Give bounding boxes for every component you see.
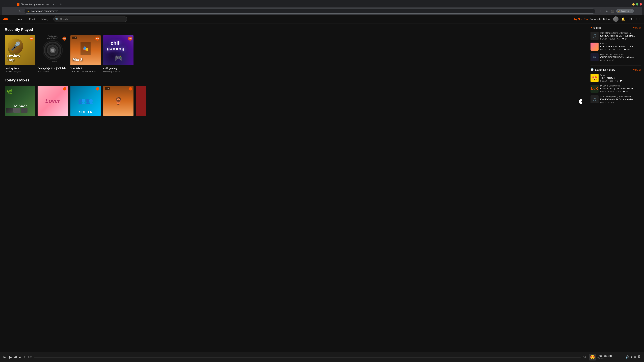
- tab-nav-buttons: ‹ ›: [2, 2, 12, 7]
- card-deejay[interactable]: Deejay-GijsCox (Official) —— station Dee…: [38, 35, 68, 73]
- minimize-button[interactable]: [632, 3, 634, 5]
- next-arrow-button[interactable]: ›: [579, 99, 582, 104]
- svg-rect-28: [98, 38, 98, 39]
- player-track-thumb: 😍: [589, 354, 596, 360]
- player-bar: ⏮ ▶ ⏭ ⇄ ↺ 0:00 2:48 😍 Trust Freestyle Wa…: [0, 352, 644, 360]
- svg-rect-29: [98, 38, 98, 39]
- back-button[interactable]: ←: [4, 8, 10, 14]
- likes-track-3[interactable]: 🎶 NEKTAR.UFO.BEATS.816 (FREE) NEKTAR.UFO…: [590, 53, 641, 61]
- next-up-button[interactable]: ≡: [634, 355, 636, 359]
- svg-rect-13: [32, 38, 32, 39]
- history-label: Listening history: [595, 68, 615, 71]
- likes-track-2[interactable]: Karol G KAROL G, Romeo Santos - X SI V..…: [590, 42, 641, 51]
- window-controls: [632, 3, 642, 5]
- svg-rect-20: [65, 38, 65, 39]
- play-icon-1: ▶: [600, 38, 602, 40]
- mix-card-ltu[interactable]: LTU 🏺: [103, 86, 134, 118]
- likes-track-stats-3: ▶ 569 ♥ 10 ↺ 1: [600, 59, 641, 61]
- search-icon: 🔍: [55, 17, 59, 21]
- nav-bar: Home Feed Library 🔍 Try Next Pro For Art…: [0, 15, 644, 23]
- browser-chrome: ‹ › 🎵 Discover the top streamed mus... ✕…: [0, 0, 644, 15]
- history-track-title-2: Brasbère Ft. Dj Lex - Retro Mania: [600, 87, 641, 90]
- nav-home-link[interactable]: Home: [15, 17, 24, 21]
- likes-track-title-3: (FREE) NEKTAR.UFO! x Hollowee...: [600, 56, 641, 58]
- soundcloud-app: Home Feed Library 🔍 Try Next Pro For Art…: [0, 15, 644, 360]
- likes-repost-count-1: ↺ 14: [616, 38, 620, 40]
- mix-card-solita[interactable]: 👥👥 SOLITA: [70, 86, 100, 118]
- history-track-2[interactable]: LeX Dj LeX & Ciske Official Brasbère Ft.…: [590, 85, 641, 93]
- history-repost-count-2: ↺ 325: [616, 90, 621, 93]
- nav-feed-link[interactable]: Feed: [28, 17, 36, 21]
- for-artists-link[interactable]: For Artists: [590, 17, 601, 20]
- card-sub-mix3: LIKE THAT UNDERGROUND ...: [70, 70, 100, 73]
- history-track-artist-3: © 2020 Purge Gang Entertainment: [600, 95, 641, 98]
- history-view-all-link[interactable]: View all: [633, 68, 641, 71]
- address-bar[interactable]: 🔒 soundcloud.com/discover: [24, 8, 595, 13]
- likes-track-1[interactable]: 🎵 © 2020 Purge Gang Entertainment King K…: [590, 32, 641, 40]
- mix-card-lover[interactable]: Lover: [38, 86, 68, 118]
- soundcloud-badge-lowkey: [30, 36, 34, 40]
- active-tab[interactable]: 🎵 Discover the top streamed mus... ✕: [14, 1, 58, 7]
- upload-link[interactable]: Upload: [603, 17, 611, 20]
- history-play-count-2: ▶ 462K: [600, 90, 606, 93]
- progress-bar[interactable]: [34, 357, 581, 358]
- svg-rect-18: [64, 38, 64, 39]
- search-input[interactable]: [53, 16, 127, 22]
- likes-track-thumb-2: [590, 42, 598, 51]
- history-track-1[interactable]: 😍 Wavey Trust Freestyle ▶ 29.1K ♥: [590, 74, 641, 82]
- like-icon-h1: ♥: [608, 80, 610, 82]
- main-layout: Recently Played 🎤 LowkeyTrap: [0, 23, 644, 122]
- card-mix3[interactable]: LTU 🎭 Mix 3 Your Mix 3 LIKE THAT UNDERGR…: [70, 35, 100, 73]
- repeat-button[interactable]: ↺: [23, 356, 26, 359]
- likes-count-label: 5 likes: [594, 26, 601, 29]
- tab-close-button[interactable]: ✕: [52, 3, 55, 6]
- svg-rect-23: [96, 38, 96, 39]
- forward-button[interactable]: →: [11, 8, 16, 14]
- mix-card-flyaway[interactable]: 🌿 FLY AWAY: [5, 86, 35, 118]
- more-menu-button[interactable]: •••: [635, 16, 641, 22]
- equalizer-button[interactable]: 🎛: [638, 355, 641, 359]
- svg-rect-33: [130, 38, 130, 39]
- sidebar-history-section: 🕐 Listening history View all 😍 Wavey Tru…: [590, 68, 641, 103]
- new-tab-button[interactable]: +: [58, 2, 63, 7]
- card-lowkey-trap[interactable]: 🎤 LowkeyTrap Lowkey Trap Discovery Playl…: [5, 35, 35, 73]
- soundcloud-logo[interactable]: [3, 17, 10, 21]
- download-button[interactable]: ⬇: [604, 8, 610, 14]
- likes-view-all-link[interactable]: View all: [633, 26, 641, 29]
- likes-track-title-2: KAROL G, Romeo Santos - X SI V...: [600, 45, 641, 48]
- nav-library-link[interactable]: Library: [40, 17, 50, 21]
- likes-play-count-2: ▶ 1.48M: [600, 48, 607, 51]
- maximize-button[interactable]: [636, 3, 638, 5]
- next-tab-button[interactable]: ›: [8, 2, 12, 7]
- extensions-button[interactable]: ⬛: [610, 8, 616, 14]
- history-track-3[interactable]: 🎵 © 2020 Purge Gang Entertainment King K…: [590, 95, 641, 103]
- repost-icon-2: ↺: [617, 48, 618, 51]
- skip-back-button[interactable]: ⏮: [3, 355, 7, 359]
- like-track-button[interactable]: ♥: [631, 355, 632, 359]
- skip-forward-button[interactable]: ⏭: [14, 355, 17, 359]
- tab-title: Discover the top streamed mus...: [21, 3, 50, 5]
- close-window-button[interactable]: [640, 3, 642, 5]
- shuffle-button[interactable]: ⇄: [19, 356, 21, 359]
- player-track-title: Trust Freestyle: [598, 355, 612, 357]
- messages-button[interactable]: ✉: [628, 16, 633, 22]
- likes-repost-count-2: ↺ 429: [617, 48, 622, 51]
- refresh-button[interactable]: ↻: [18, 8, 23, 14]
- player-right-controls: 🔊 ♥ ≡ 🎛: [626, 355, 641, 359]
- card-chill-gaming[interactable]: chillgaming 🎮 chill gaming Discovery Pla…: [103, 35, 134, 73]
- user-avatar[interactable]: [613, 16, 618, 22]
- prev-tab-button[interactable]: ‹: [2, 2, 7, 7]
- try-next-pro-link[interactable]: Try Next Pro: [574, 17, 588, 20]
- mix-card-partial[interactable]: [136, 86, 146, 118]
- svg-rect-32: [130, 38, 130, 39]
- incognito-badge[interactable]: 🕵 Incognito (2): [616, 9, 634, 13]
- more-options-button[interactable]: ⋮: [634, 8, 640, 14]
- volume-button[interactable]: 🔊: [626, 355, 629, 359]
- notifications-button[interactable]: 🔔: [620, 16, 626, 22]
- bookmark-button[interactable]: ☆: [598, 8, 604, 14]
- card-name-chill: chill gaming: [103, 67, 134, 70]
- play-button[interactable]: ▶: [9, 355, 12, 360]
- svg-rect-30: [129, 38, 129, 39]
- browser-actions: ☆ ⬇ ⬛ 🕵 Incognito (2) ⋮: [598, 8, 640, 14]
- history-play-count-1: ▶ 29.1K: [600, 80, 607, 82]
